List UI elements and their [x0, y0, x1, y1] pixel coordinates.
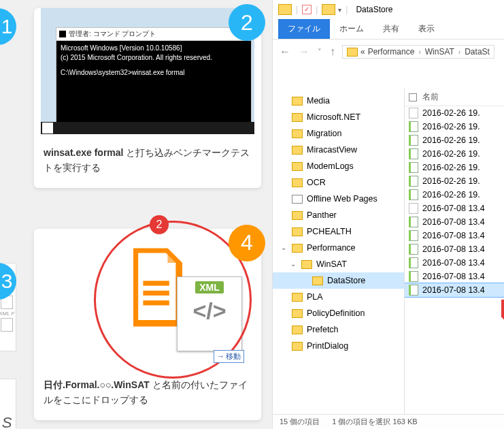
tab-file[interactable]: ファイル: [278, 19, 330, 39]
cmd-window-title: 管理者: コマンド プロンプト: [69, 29, 156, 39]
file-row[interactable]: 2016-02-26 19.: [405, 174, 504, 188]
move-tooltip: →移動: [214, 350, 244, 363]
file-row[interactable]: 2016-07-08 13.4: [405, 229, 504, 242]
folder-icon: [292, 146, 303, 155]
arrow-annotation: [501, 300, 504, 327]
xml-file-icon: [409, 285, 418, 296]
tree-item[interactable]: ›Media: [273, 93, 404, 109]
recent-icon[interactable]: ˅: [316, 48, 323, 57]
file-name: 2016-02-26 19.: [422, 108, 480, 118]
file-name: 2016-02-26 19.: [422, 163, 480, 172]
back-icon[interactable]: ←: [278, 46, 292, 58]
tree-item[interactable]: ›ModemLogs: [273, 158, 404, 174]
tree-item[interactable]: ⌄Performance: [273, 240, 404, 256]
tree-item[interactable]: ›PLA: [273, 289, 404, 305]
xml-file-icon: [409, 217, 418, 227]
tree-item[interactable]: ›Microsoft.NET: [273, 109, 404, 125]
cmd-line: C:\Windows\system32>winsat.exe formal: [61, 68, 247, 78]
tree-item[interactable]: ›Offline Web Pages: [273, 191, 404, 207]
file-name: 2016-02-26 19.: [422, 122, 480, 131]
tree-item[interactable]: ›PrintDialog: [273, 338, 404, 354]
file-row[interactable]: 2016-07-08 13.4: [405, 215, 504, 229]
folder-icon: [292, 325, 303, 334]
folder-icon: [292, 162, 303, 171]
tutorial-left-pane: 1 3 XML F XML F S 2 管理者: コマンド プロンプト Micr…: [0, 0, 272, 429]
up-icon[interactable]: ↑: [329, 46, 337, 58]
file-name: 2016-07-08 13.4: [422, 272, 485, 281]
file-row[interactable]: 2016-02-26 19.: [405, 161, 504, 174]
xml-file-icon: [409, 189, 418, 200]
folder-icon: [301, 260, 312, 269]
file-row[interactable]: 2016-07-08 13.4: [405, 242, 504, 256]
file-row[interactable]: 2016-07-08 13.4: [405, 202, 504, 215]
file-row[interactable]: 2016-07-08 13.4: [405, 283, 504, 297]
tree-label: ModemLogs: [307, 159, 354, 173]
tree-item[interactable]: ›Panther: [273, 207, 404, 223]
file-name: 2016-07-08 13.4: [422, 244, 485, 254]
tree-item[interactable]: ›OCR: [273, 174, 404, 191]
file-name: 2016-02-26 19.: [422, 176, 480, 186]
tree-label: MiracastView: [307, 143, 357, 157]
txt-file-icon: [409, 203, 418, 214]
tab-home[interactable]: ホーム: [330, 19, 373, 39]
tree-label: WinSAT: [316, 257, 347, 271]
crumb[interactable]: DataSt: [465, 47, 490, 57]
file-name: 2016-07-08 13.4: [422, 204, 485, 213]
crumb[interactable]: Performance: [368, 47, 415, 57]
selection-info: 1 個の項目を選択 163 KB: [332, 417, 417, 427]
tree-item[interactable]: ›PolicyDefinition: [273, 305, 404, 321]
file-name: 2016-07-08 13.4: [422, 258, 485, 268]
step-4-text: 日付.Formal.○○.WinSAT と名前の付いたファイルをここにドロップす…: [34, 372, 261, 420]
file-row[interactable]: 2016-07-08 13.4: [405, 256, 504, 270]
tree-item[interactable]: ›Migration: [273, 125, 404, 142]
folder-icon: [292, 178, 303, 187]
file-row[interactable]: 2016-02-26 19.: [405, 147, 504, 161]
breadcrumb[interactable]: « Performance › WinSAT › DataSt: [342, 45, 494, 59]
folder-icon: [292, 342, 303, 351]
select-all-checkbox[interactable]: [409, 93, 417, 101]
tree-label: PrintDialog: [307, 339, 348, 353]
status-bar: 15 個の項目 1 個の項目を選択 163 KB: [273, 414, 504, 429]
start-icon: [42, 123, 53, 133]
cmd-line: Microsoft Windows [Version 10.0.10586]: [61, 44, 247, 53]
file-list[interactable]: 名前 2016-02-26 19.2016-02-26 19.2016-02-2…: [405, 89, 504, 414]
tree-item[interactable]: ›Prefetch: [273, 321, 404, 338]
cmd-icon: [59, 31, 66, 37]
step-badge-4: 4: [229, 225, 265, 261]
file-row[interactable]: 2016-02-26 19.: [405, 106, 504, 120]
step-badge-1: 1: [0, 8, 16, 45]
cmd-screenshot: 管理者: コマンド プロンプト Microsoft Windows [Versi…: [41, 8, 254, 134]
tree-item[interactable]: ⌄WinSAT: [273, 256, 404, 272]
xml-file-icon: [409, 230, 418, 241]
checkbox-toggle-icon[interactable]: ✓: [302, 5, 312, 14]
folder-tree[interactable]: ›Media›Microsoft.NET›Migration›MiracastV…: [273, 89, 405, 414]
sheet-thumb-s: S: [0, 379, 16, 429]
tab-share[interactable]: 共有: [373, 19, 409, 39]
tree-item[interactable]: ›PCHEALTH: [273, 223, 404, 240]
forward-icon[interactable]: →: [297, 46, 311, 58]
tab-view[interactable]: 表示: [409, 19, 444, 39]
file-name: 2016-02-26 19.: [422, 190, 480, 200]
file-row[interactable]: 2016-02-26 19.: [405, 133, 504, 147]
tree-item[interactable]: ›MiracastView: [273, 142, 404, 158]
tree-label: OCR: [307, 176, 326, 189]
step-card-4: 4 2 XML </> →移動 日付.Formal.○○.WinSAT と名前の…: [34, 229, 261, 420]
tree-label: Prefetch: [307, 323, 339, 336]
file-row[interactable]: 2016-02-26 19.: [405, 188, 504, 202]
folder-icon: [292, 211, 303, 220]
folder-icon: [292, 293, 303, 302]
xml-file-icon: [409, 135, 418, 146]
file-row[interactable]: 2016-02-26 19.: [405, 120, 504, 133]
file-row[interactable]: 2016-07-08 13.4: [405, 270, 504, 283]
folder-icon: [292, 113, 303, 122]
tree-item[interactable]: ›DataStore: [273, 272, 404, 289]
red-marker-2: 2: [150, 215, 169, 234]
xml-file-icon: [409, 176, 418, 187]
file-name: 2016-07-08 13.4: [422, 231, 485, 240]
tree-label: DataStore: [327, 274, 365, 287]
explorer-window: | ✓ | ▾ | DataStore ファイル ホーム 共有 表示 ← → ˅…: [272, 0, 504, 429]
tree-label: Performance: [307, 241, 356, 255]
folder-icon: [292, 227, 303, 236]
name-column-header[interactable]: 名前: [422, 91, 439, 103]
crumb[interactable]: WinSAT: [425, 47, 454, 57]
